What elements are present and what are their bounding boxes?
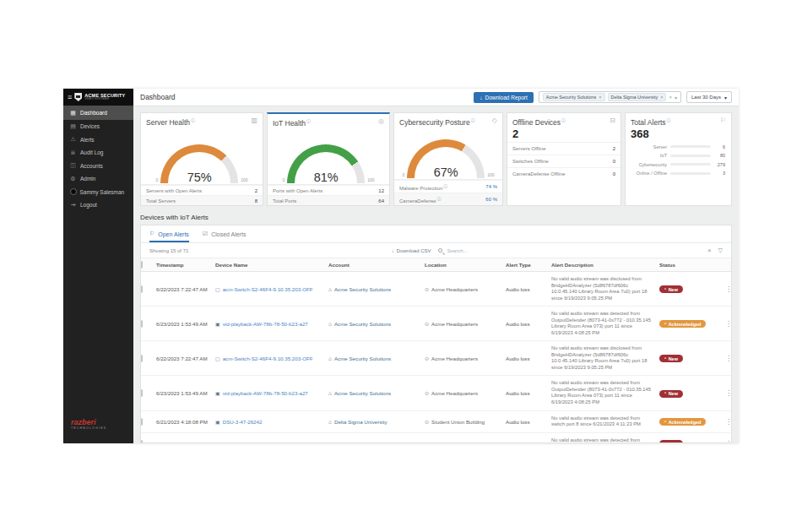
device-link[interactable]: ▢acm-Switch-S2-46F4-9.10.35.203-OFF: [215, 286, 328, 292]
info-icon[interactable]: ⓘ: [471, 117, 475, 122]
bar-value: 80: [714, 153, 725, 158]
column-header[interactable]: Account: [328, 262, 425, 268]
tab-open-alerts[interactable]: ⚐ Open Alerts: [149, 225, 189, 242]
card-title: Server Healthⓘ: [146, 117, 195, 127]
row-checkbox[interactable]: [141, 389, 143, 397]
sidebar-item-user[interactable]: Sammy Salesman: [63, 186, 133, 199]
device-link[interactable]: ▢acm-Switch-S2-46F4-9.10.35.203-OFF: [215, 356, 328, 361]
row-checkbox[interactable]: [141, 285, 143, 293]
cell-location: ⊙Acme Headquarters: [425, 321, 506, 327]
table-row: 6/21/2023 4:18:08 PM ▣DSU-3-47-26242 ⌂De…: [141, 411, 731, 433]
row-menu-icon[interactable]: ⋮: [720, 418, 732, 426]
status-badge[interactable]: New: [659, 390, 683, 398]
column-header[interactable]: Status: [659, 262, 720, 268]
iot-health-gauge: 81%: [287, 144, 365, 183]
iot-health-card[interactable]: IoT Healthⓘ ◎ 0 81% 100 Ports with Open …: [267, 112, 390, 206]
row-checkbox[interactable]: [141, 418, 143, 426]
chip-remove-icon[interactable]: ×: [660, 95, 663, 100]
offline-devices-card[interactable]: Offline Devicesⓘ ⊟ 2 Servers Offline2 Sw…: [507, 112, 621, 206]
device-link[interactable]: ▣DSU-3-47-26242: [215, 441, 328, 443]
download-csv-button[interactable]: ↓ Download CSV: [392, 248, 431, 253]
account-link[interactable]: ⌂Acme Security Solutions: [328, 286, 425, 292]
column-header[interactable]: Timestamp: [156, 262, 215, 268]
stat-label: Servers Offline: [512, 146, 546, 151]
sidebar-item-alerts[interactable]: ⚠ Alerts: [63, 133, 133, 147]
table-row: 6/22/2023 7:22:47 AM ▢acm-Switch-S2-46F4…: [141, 272, 731, 307]
row-menu-icon[interactable]: ⋮: [720, 440, 732, 443]
total-alerts-number: 368: [626, 127, 731, 142]
info-icon[interactable]: ⓘ: [306, 118, 311, 123]
sidebar-item-devices[interactable]: ▤ Devices: [63, 120, 133, 133]
stat-value: 2: [613, 146, 615, 151]
row-checkbox[interactable]: [141, 355, 143, 362]
cell-alert-type: Audio loss: [506, 390, 551, 396]
clear-filters-icon[interactable]: ×: [707, 247, 712, 254]
column-header[interactable]: Location: [425, 262, 506, 268]
column-header[interactable]: Alert Description: [551, 262, 659, 268]
razberi-logo: razberi: [71, 419, 106, 426]
row-menu-icon[interactable]: ⋮: [720, 355, 732, 362]
showing-count: Showing 15 of 71: [149, 248, 188, 253]
info-icon[interactable]: ⓘ: [191, 117, 195, 122]
tab-closed-alerts[interactable]: ☑ Closed Alerts: [203, 225, 247, 242]
column-header[interactable]: Alert Type: [506, 262, 551, 268]
status-badge[interactable]: New: [659, 285, 683, 293]
info-icon[interactable]: ⓘ: [561, 117, 566, 122]
account-link[interactable]: ⌂Delta Sigma University: [328, 441, 425, 443]
filter-funnel-icon[interactable]: ▽: [718, 247, 723, 254]
gauge-min: 0: [155, 177, 158, 182]
stat-value: 60 %: [485, 197, 497, 202]
accounts-icon: ◫: [69, 162, 77, 169]
sidebar-item-audit-log[interactable]: ≣ Audit Log: [63, 146, 133, 160]
status-badge[interactable]: New: [659, 355, 683, 362]
row-menu-icon[interactable]: ⋮: [720, 320, 732, 328]
cell-location: ⊙Acme Headquarters: [425, 390, 506, 396]
chip-remove-icon[interactable]: ×: [599, 95, 601, 100]
sidebar-item-logout[interactable]: ⇥ Logout: [63, 198, 133, 212]
table-toolbar: Showing 15 of 71 ↓ Download CSV × ▽: [141, 243, 731, 258]
row-checkbox[interactable]: [141, 320, 143, 328]
date-range-select[interactable]: Last 30 Days ▾: [686, 91, 732, 103]
server-health-card[interactable]: Server Healthⓘ ▥ 0 75% 100 Servers with …: [140, 112, 263, 206]
sidebar-item-label: Accounts: [80, 163, 103, 169]
hamburger-menu-icon[interactable]: ≡: [68, 94, 72, 101]
search-input[interactable]: [446, 247, 505, 254]
info-icon[interactable]: ⓘ: [443, 183, 447, 188]
row-menu-icon[interactable]: ⋮: [720, 285, 732, 293]
cybersecurity-posture-card[interactable]: Cybersecurity Postureⓘ ◇ 0 67% 100 Malwa…: [393, 112, 503, 206]
sidebar-item-label: Dashboard: [80, 110, 107, 116]
sidebar-item-dashboard[interactable]: ▦ Dashboard: [63, 106, 133, 120]
filter-chip[interactable]: Delta Sigma University ×: [608, 93, 667, 101]
account-link[interactable]: ⌂Acme Security Solutions: [328, 321, 425, 327]
total-alerts-card[interactable]: Total Alertsⓘ ⚐ 368 Server6 IoT80 Cybers…: [625, 112, 732, 206]
column-header[interactable]: Device Name: [215, 262, 328, 268]
camera-icon: ▣: [215, 321, 220, 327]
device-link[interactable]: ▣vid-playback-AW-78b-78-50-b23-a27: [215, 321, 328, 327]
sidebar-item-admin[interactable]: ⚙ Admin: [63, 172, 133, 186]
status-badge[interactable]: Acknowledged: [659, 320, 706, 328]
account-link[interactable]: ⌂Acme Security Solutions: [328, 356, 425, 361]
cell-alert-description: No valid audio stream was detected from …: [551, 415, 659, 428]
bar-label: Cybersecurity: [631, 162, 667, 167]
sidebar-item-accounts[interactable]: ◫ Accounts: [63, 160, 133, 173]
filter-clear-icon[interactable]: ×: [669, 95, 672, 100]
account-link[interactable]: ⌂Acme Security Solutions: [328, 390, 425, 396]
info-icon[interactable]: ⓘ: [667, 117, 671, 122]
filter-caret-icon[interactable]: ▾: [675, 95, 677, 100]
download-report-button[interactable]: ↓ Download Report: [474, 92, 533, 103]
account-link[interactable]: ⌂Delta Sigma University: [328, 419, 425, 425]
date-range-value: Last 30 Days: [691, 95, 721, 100]
status-badge[interactable]: New: [659, 440, 683, 443]
card-title: Cybersecurity Postureⓘ: [399, 117, 475, 127]
account-filter-multiselect[interactable]: Acme Security Solutions × Delta Sigma Un…: [539, 91, 681, 103]
select-all-checkbox[interactable]: [141, 261, 143, 269]
status-badge[interactable]: Acknowledged: [659, 418, 706, 426]
building-icon: ⌂: [328, 419, 332, 425]
filter-chip[interactable]: Acme Security Solutions ×: [543, 93, 605, 101]
bar-label: Online / Offline: [631, 171, 667, 176]
device-link[interactable]: ▣vid-playback-AW-78b-78-50-b23-a27: [215, 390, 328, 396]
device-link[interactable]: ▣DSU-3-47-26242: [215, 419, 328, 425]
info-icon[interactable]: ⓘ: [437, 196, 442, 201]
row-menu-icon[interactable]: ⋮: [720, 389, 732, 397]
row-checkbox[interactable]: [141, 440, 143, 443]
